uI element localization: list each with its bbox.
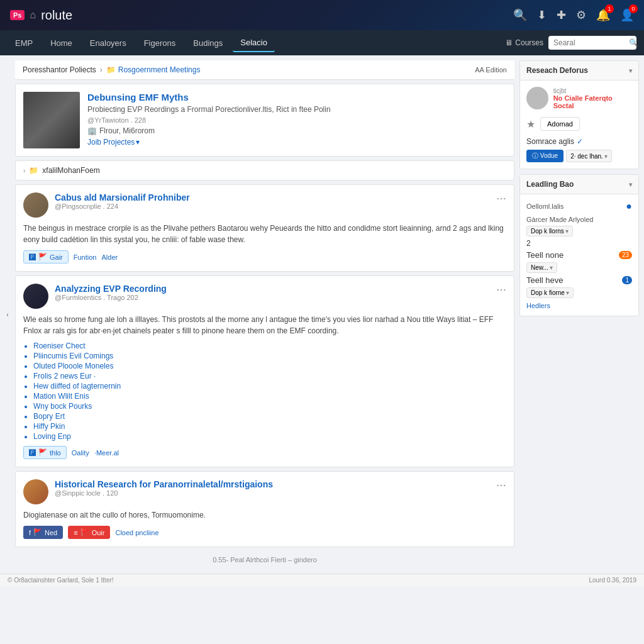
post-menu-1[interactable]: ⋯: [496, 192, 506, 204]
post-header-1: Cabus ald Marsionalif Prohniber @Pingsoc…: [23, 192, 506, 218]
dec-lhan-dropdown[interactable]: 2· dec lhan. ▾: [566, 150, 612, 162]
post-menu-3[interactable]: ⋯: [496, 479, 506, 491]
research-deforus-header: Reseach Deforus ▾: [520, 61, 638, 80]
download-icon[interactable]: ⬇: [537, 8, 547, 22]
post-actions-2: 🅿 🚩 thlo Oality ·Meer.al: [23, 446, 506, 459]
dop-k-fiorne-dropdown[interactable]: Dop k fiorne ▾: [526, 287, 574, 298]
nav-selacio[interactable]: Selacio: [233, 34, 275, 52]
nav-emp[interactable]: EMP: [8, 35, 40, 52]
folder-collapse-arrow: ›: [23, 167, 25, 174]
nav-enaloyers[interactable]: Enaloyers: [82, 35, 134, 52]
search-bar[interactable]: 🔍: [548, 36, 636, 50]
list-item-2[interactable]: Pliincumis Evil Comings: [33, 352, 506, 360]
list-item-9[interactable]: Hiffy Pkin: [33, 422, 506, 431]
list-item-3[interactable]: Oluted Plooole Moneles: [33, 362, 506, 370]
nav-figerons[interactable]: Figerons: [136, 35, 184, 52]
courses-link[interactable]: 🖥 Courses: [505, 38, 543, 47]
post-action-alder[interactable]: Alder: [101, 253, 118, 261]
avatar-image-1: [23, 192, 48, 218]
avatar-image-3: [23, 479, 48, 504]
post-avatar-1: [23, 192, 48, 218]
featured-title[interactable]: Debunsing EMF Myths: [87, 92, 331, 103]
new-dropdown[interactable]: New... ▾: [526, 262, 557, 273]
post-action-ouir[interactable]: ≡ 🚩 Ouir: [68, 526, 110, 539]
post-header-content-2: Analyzzing EVP Recording @Furmloentics .…: [55, 284, 490, 301]
dop-k-fiorne-row: Dop k fiorne ▾: [526, 287, 632, 298]
list-item-10[interactable]: Loving Enp: [33, 432, 506, 441]
dop-k-llorns-dropdown[interactable]: Dop k llorns ▾: [526, 226, 573, 236]
adornad-button[interactable]: Adomad: [540, 117, 580, 131]
star-icon: ★: [526, 118, 535, 130]
main-layout: ‹ Poresshantor Poliects › 📁 Rosgoernment…: [0, 55, 644, 574]
action-icon-flag4: 🚩: [80, 528, 89, 536]
post-title-1[interactable]: Cabus ald Marsionalif Prohniber: [55, 192, 490, 203]
list-item-1[interactable]: Roeniser Chect: [33, 341, 506, 350]
bottom-bar-right: Lourd 0.36, 2019: [589, 577, 636, 584]
post-action-funtion[interactable]: Funtion: [74, 253, 97, 261]
tell-none-row: Teell none 23: [526, 250, 632, 260]
breadcrumb: Poresshantor Poliects › 📁 Rosgoernment M…: [15, 60, 514, 80]
post-menu-2[interactable]: ⋯: [496, 284, 506, 296]
right-sidebar: Reseach Deforus ▾ ticjbt No Cialle Fater…: [519, 60, 639, 569]
leading-bao-card: Leadling Bao ▾ Oelloml.lalis ● Gàrcer Ma…: [519, 174, 639, 316]
featured-action[interactable]: Joib Projectes ▾: [87, 138, 331, 147]
search-submit-icon[interactable]: 🔍: [629, 38, 638, 47]
secondary-navigation: EMP Home Enaloyers Figerons Budings Sela…: [0, 30, 644, 55]
tell-heve-badge: 1: [622, 276, 632, 284]
list-item-4[interactable]: Frolis 2 news Eur ·: [33, 372, 506, 380]
notifications-badge: 1: [605, 4, 614, 13]
user-badge: 0: [629, 4, 638, 13]
post-action-btn-thlo[interactable]: 🅿 🚩 thlo: [23, 446, 67, 459]
post-action-ned[interactable]: f 🚩 Ned: [23, 526, 63, 539]
list-item-6[interactable]: Mation Wlilt Enis: [33, 392, 506, 401]
list-item-7[interactable]: Wny bock Pourks: [33, 402, 506, 411]
logo-area: Ps ⌂ rolute: [10, 8, 72, 23]
hedlers-link[interactable]: Hedlers: [526, 302, 632, 309]
post-title-3[interactable]: Historical Research for Paranorrinaletal…: [55, 479, 490, 489]
leading-bao-dropdown-arrow[interactable]: ▾: [629, 181, 632, 188]
action-icon-flag3: 🚩: [33, 528, 42, 536]
globe-icon[interactable]: ⚙: [576, 8, 586, 22]
center-content: Poresshantor Poliects › 📁 Rosgoernment M…: [15, 60, 514, 569]
new-dropdown-row: New... ▾: [526, 262, 632, 273]
service-label: Somrace aglis ✓: [526, 137, 583, 146]
user-icon[interactable]: 👤 0: [620, 8, 634, 22]
folder-icon: 📁: [29, 166, 38, 175]
leading-bao-header: Leadling Bao ▾: [520, 175, 638, 194]
tell-none-label: Teell none: [526, 250, 564, 260]
post-action-cloed[interactable]: Cloed pncliine: [115, 529, 158, 536]
nav-home[interactable]: Home: [43, 35, 80, 52]
oelloml-row: Oelloml.lalis ●: [526, 201, 632, 212]
action-icon-p: 🅿: [29, 253, 36, 261]
post-action-meer[interactable]: ·Meer.al: [94, 449, 119, 457]
post-action-oality[interactable]: Oality: [72, 449, 89, 457]
sidebar-avatar: [526, 87, 548, 109]
logo-text[interactable]: rolute: [41, 8, 72, 23]
post-header-content-1: Cabus ald Marsionalif Prohniber @Pingsoc…: [55, 192, 490, 210]
left-collapse-panel[interactable]: ‹: [5, 60, 10, 569]
research-deforus-dropdown-arrow[interactable]: ▾: [629, 67, 632, 74]
featured-content: Debunsing EMF Myths Probiecting EVP Reor…: [87, 92, 331, 148]
action-icon-flag: 🚩: [38, 253, 47, 261]
add-icon[interactable]: ✚: [557, 8, 566, 22]
list-item-5[interactable]: Hew diiffed of lagternernin: [33, 382, 506, 391]
nav-right: 🖥 Courses 🔍: [505, 36, 636, 50]
vodue-button[interactable]: ⓘ Vodue: [526, 150, 564, 162]
search-icon[interactable]: 🔍: [513, 8, 527, 22]
post-title-2[interactable]: Analyzzing EVP Recording: [55, 284, 490, 294]
search-input[interactable]: [553, 38, 629, 47]
location-icon: 🏢: [87, 126, 97, 135]
research-deforus-body: ticjbt No Cialle Faterqto Soctal ★ Adoma…: [520, 80, 638, 169]
nav-budings[interactable]: Budings: [186, 35, 230, 52]
notifications-icon[interactable]: 🔔 1: [596, 8, 610, 22]
list-item-8[interactable]: Bopry Ert: [33, 412, 506, 421]
home-icon[interactable]: ⌂: [30, 9, 36, 21]
breadcrumb-root[interactable]: Poresshantor Poliects: [23, 65, 96, 74]
breadcrumb-right-label: AA Edition: [475, 66, 507, 74]
breadcrumb-subfolder[interactable]: 📁 Rosgoernment Meetings: [106, 65, 201, 74]
top-navigation: Ps ⌂ rolute 🔍 ⬇ ✚ ⚙ 🔔 1 👤 0: [0, 0, 644, 30]
folder-row[interactable]: › 📁 xfalilMohanFoem: [15, 160, 514, 180]
action-icon-p2: 🅿: [29, 449, 36, 457]
post-actions-3: f 🚩 Ned ≡ 🚩 Ouir Cloed pncliine: [23, 526, 506, 539]
post-action-btn-gair[interactable]: 🅿 🚩 Gair: [23, 250, 69, 264]
